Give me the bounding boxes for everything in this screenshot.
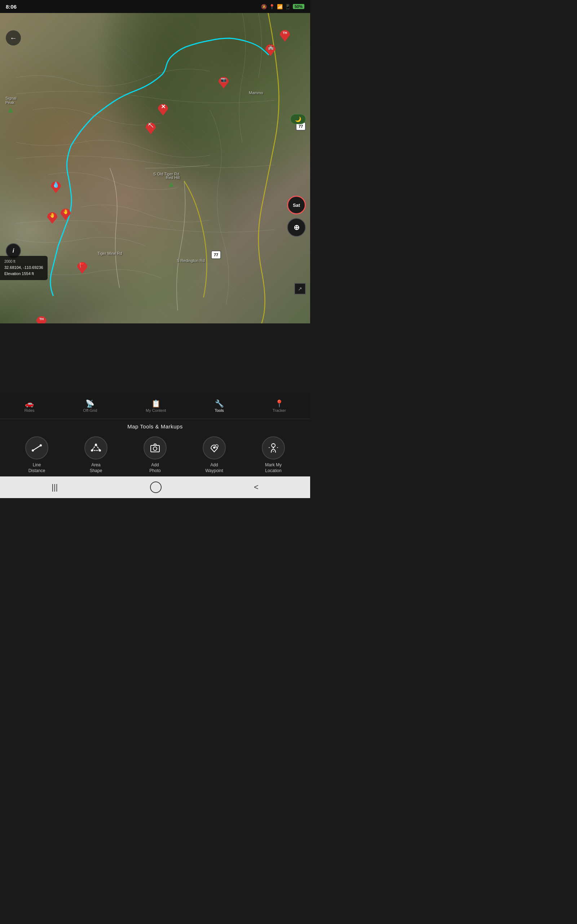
- temperature-badge: 🌙: [290, 114, 306, 124]
- marker-th-top[interactable]: TH: [279, 27, 292, 44]
- home-bar-home[interactable]: [150, 481, 161, 493]
- svg-text:✕: ✕: [161, 103, 166, 110]
- svg-text:⛏: ⛏: [148, 122, 154, 129]
- map-tools-header: Map Tools & Markups: [0, 419, 310, 434]
- back-button[interactable]: ←: [6, 30, 21, 45]
- line-distance-icon: [25, 436, 48, 459]
- tool-add-waypoint[interactable]: + AddWaypoint: [196, 436, 232, 473]
- svg-text:🏰: 🏰: [268, 44, 274, 50]
- tracker-icon: 📍: [275, 400, 284, 407]
- mark-my-location-label: Mark MyLocation: [265, 462, 282, 473]
- svg-text:💧: 💧: [52, 181, 60, 188]
- home-bar-menu[interactable]: |||: [41, 480, 69, 495]
- status-time: 8:06: [6, 3, 16, 10]
- nav-tracker-label: Tracker: [272, 408, 286, 412]
- wifi-icon: 📶: [277, 4, 283, 10]
- svg-point-14: [40, 444, 42, 446]
- bottom-navigation: 🚗 Rides 📡 Off-Grid 📋 My Content 🔧 Tools …: [0, 393, 310, 419]
- area-shape-label: AreaShape: [90, 462, 102, 473]
- nav-tools[interactable]: 🔧 Tools: [210, 399, 228, 414]
- marker-x[interactable]: ✕: [156, 101, 169, 118]
- road-shield-77-bottom: 77: [211, 250, 221, 259]
- marker-hand1[interactable]: 🤚: [46, 209, 59, 226]
- svg-point-15: [95, 444, 97, 446]
- mark-my-location-icon: [262, 436, 285, 459]
- nav-rides-label: Rides: [24, 408, 34, 412]
- offgrid-icon: 📡: [85, 400, 95, 407]
- map-right-buttons: Sat ⊕: [287, 195, 306, 237]
- battery-indicator: 50%: [293, 4, 305, 9]
- signal-icon: 📱: [285, 4, 291, 10]
- silent-icon: 🔕: [261, 4, 267, 10]
- nav-offgrid[interactable]: 📡 Off-Grid: [79, 399, 102, 414]
- nav-tools-label: Tools: [214, 408, 224, 412]
- svg-text:🤚: 🤚: [49, 212, 56, 218]
- tools-grid: LineDistance AreaShape AddPhoto: [0, 434, 310, 477]
- rides-icon: 🚗: [25, 400, 34, 407]
- nav-mycontent[interactable]: 📋 My Content: [141, 399, 170, 414]
- line-distance-label: LineDistance: [29, 462, 45, 473]
- nav-tracker[interactable]: 📍 Tracker: [268, 399, 290, 414]
- compass-button[interactable]: ⊕: [287, 218, 306, 237]
- add-waypoint-icon: +: [203, 436, 226, 459]
- svg-point-20: [213, 446, 215, 449]
- location-icon: 📍: [269, 4, 275, 10]
- status-icons: 🔕 📍 📶 📱 50%: [261, 4, 305, 10]
- tool-add-photo[interactable]: AddPhoto: [137, 436, 173, 473]
- svg-text:🤚: 🤚: [63, 208, 69, 215]
- satellite-button[interactable]: Sat: [287, 195, 306, 215]
- marker-drop[interactable]: 💧: [49, 179, 62, 195]
- tool-area-shape[interactable]: AreaShape: [78, 436, 114, 473]
- svg-text:+: +: [216, 445, 218, 448]
- add-photo-icon: [143, 436, 167, 459]
- svg-line-12: [33, 446, 41, 451]
- tool-line-distance[interactable]: LineDistance: [19, 436, 55, 473]
- map-view[interactable]: SignalPeak Red Hill Tiger Mine Rd S Old …: [0, 13, 310, 323]
- svg-text:🚩: 🚩: [79, 262, 85, 268]
- map-coordinates: 32.68104, -110.69236: [4, 265, 43, 271]
- svg-text:📷: 📷: [221, 76, 227, 82]
- tools-icon: 🔧: [215, 400, 224, 407]
- svg-point-17: [99, 449, 101, 452]
- map-export-button[interactable]: ↗: [294, 283, 306, 294]
- triangle-marker-2: [169, 182, 174, 188]
- map-scale: 2000 ft: [4, 259, 43, 265]
- add-photo-label: AddPhoto: [149, 462, 161, 473]
- nav-rides[interactable]: 🚗 Rides: [20, 399, 39, 414]
- home-bar-back[interactable]: <: [243, 480, 269, 495]
- home-bar: ||| <: [0, 477, 310, 498]
- area-shape-icon: [84, 436, 108, 459]
- nav-offgrid-label: Off-Grid: [83, 408, 97, 412]
- svg-point-16: [91, 449, 93, 452]
- triangle-marker-1: [8, 108, 13, 114]
- tool-mark-my-location[interactable]: Mark MyLocation: [255, 436, 292, 473]
- mycontent-icon: 📋: [152, 400, 161, 407]
- map-tools-title: Map Tools & Markups: [127, 423, 182, 430]
- map-elevation: Elevation 1554 ft: [4, 271, 43, 277]
- nav-mycontent-label: My Content: [146, 408, 166, 412]
- marker-waypoint[interactable]: ⛏: [144, 120, 157, 136]
- svg-text:TH: TH: [283, 31, 287, 35]
- marker-castle[interactable]: 🏰: [264, 42, 277, 58]
- svg-point-19: [153, 447, 157, 451]
- svg-text:TH: TH: [39, 317, 44, 321]
- svg-rect-18: [151, 446, 160, 452]
- svg-point-13: [32, 449, 34, 452]
- marker-th-bottom[interactable]: TH: [35, 313, 48, 323]
- coordinate-display: 2000 ft 32.68104, -110.69236 Elevation 1…: [0, 256, 48, 280]
- svg-marker-10: [8, 108, 13, 113]
- svg-marker-11: [169, 182, 174, 187]
- marker-flag[interactable]: 🚩: [76, 259, 89, 276]
- marker-hand2[interactable]: 🤚: [59, 206, 72, 222]
- svg-point-24: [272, 447, 274, 448]
- add-waypoint-label: AddWaypoint: [205, 462, 223, 473]
- status-bar: 8:06 🔕 📍 📶 📱 50%: [0, 0, 310, 13]
- marker-camera[interactable]: 📷: [217, 74, 230, 90]
